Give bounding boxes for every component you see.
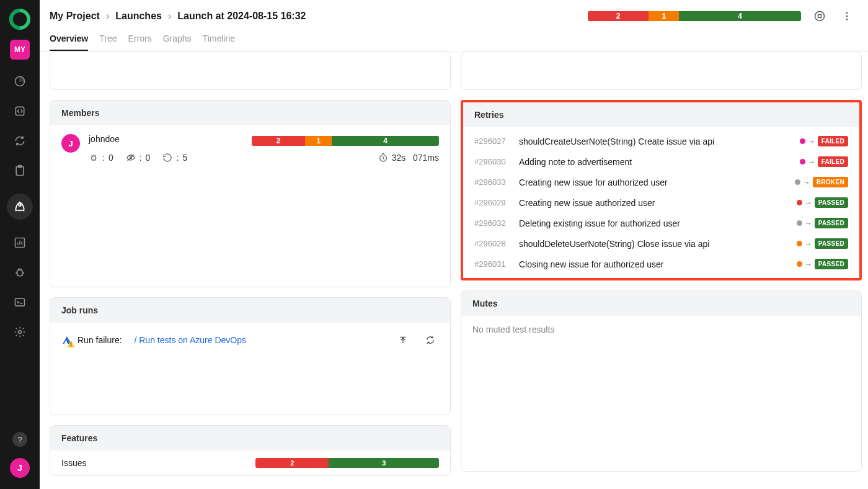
retry-status: →PASSED [797, 197, 848, 208]
feature-row[interactable]: Issues 2 3 [50, 451, 450, 475]
launches-icon[interactable] [7, 194, 33, 220]
analytics-icon[interactable] [13, 236, 27, 249]
status-badge: PASSED [815, 259, 848, 269]
bug-icon[interactable] [13, 266, 27, 279]
retry-status: →FAILED [800, 156, 848, 167]
jobrun-label: Run failure: [78, 335, 122, 345]
feature-label: Issues [61, 458, 86, 468]
card-mutes: Mutes No muted test results [461, 290, 862, 472]
sidebar: MY ? J [0, 0, 40, 489]
retry-title: Deleting existing issue for authorized u… [519, 218, 790, 228]
retries-title: Retries [463, 102, 859, 127]
feature-failed: 2 [255, 458, 329, 468]
svg-point-15 [846, 19, 848, 20]
retry-id: #296031 [474, 259, 513, 269]
stop-icon[interactable] [811, 7, 828, 25]
chevron-right-icon: › [106, 11, 109, 22]
feature-passed: 3 [329, 458, 439, 468]
arrow-right-icon: → [803, 178, 810, 187]
arrow-right-icon: → [805, 199, 812, 207]
status-broken: 1 [649, 11, 679, 21]
status-badge: BROKEN [813, 177, 848, 187]
member-row[interactable]: J johndoe 2 1 4 [61, 134, 439, 163]
cycle-icon[interactable] [13, 134, 27, 148]
status-dot-icon [797, 241, 802, 246]
retry-row[interactable]: #296030Adding note to advertisement→FAIL… [463, 151, 859, 172]
tab-tree[interactable]: Tree [99, 34, 117, 51]
retry-row[interactable]: #296033Creating new issue for authorized… [463, 172, 859, 192]
feature-status-bar: 2 3 [255, 458, 439, 468]
members-title: Members [50, 101, 450, 125]
retry-row[interactable]: #296027shouldCreateUserNote(String) Crea… [463, 131, 859, 151]
retry-row[interactable]: #296028shouldDeleteUserNote(String) Clos… [463, 233, 859, 254]
retry-id: #296030 [474, 157, 513, 166]
arrow-right-icon: → [805, 260, 812, 269]
upload-icon[interactable] [394, 331, 412, 349]
retry-row[interactable]: #296029Creating new issue authorized use… [463, 192, 859, 213]
status-dot-icon [800, 138, 805, 144]
retry-id: #296032 [474, 218, 513, 228]
retry-title: Closing new issue for authorized user [519, 259, 790, 269]
svg-rect-9 [16, 298, 25, 306]
clipboard-icon[interactable] [13, 164, 27, 177]
tab-overview[interactable]: Overview [50, 34, 88, 51]
status-dot-icon [800, 159, 805, 164]
jobrun-row: ⚠️ Run failure: / Run tests on Azure Dev… [61, 331, 439, 349]
member-status-broken: 1 [305, 136, 332, 146]
features-title: Features [50, 426, 450, 451]
user-avatar[interactable]: J [10, 458, 30, 478]
tab-timeline[interactable]: Timeline [203, 34, 235, 51]
terminal-icon[interactable] [13, 295, 27, 309]
breadcrumb-title: Launch at 2024-08-15 16:32 [177, 11, 306, 22]
status-badge: FAILED [818, 136, 848, 146]
breadcrumb-section[interactable]: Launches [115, 11, 162, 22]
chevron-right-icon: › [168, 11, 171, 22]
metric-hidden: : 0 [126, 153, 151, 163]
bug-icon [89, 153, 99, 163]
status-dot-icon [797, 261, 802, 267]
status-badge: FAILED [818, 156, 848, 167]
svg-rect-12 [818, 15, 822, 18]
help-icon[interactable]: ? [12, 432, 27, 447]
breadcrumb-project[interactable]: My Project [50, 11, 100, 22]
status-dot-icon [797, 220, 802, 226]
member-status-passed: 4 [332, 136, 439, 146]
retry-row[interactable]: #296031Closing new issue for authorized … [463, 254, 859, 274]
status-passed: 4 [679, 11, 801, 21]
retry-status: →BROKEN [795, 177, 848, 187]
jobrun-link[interactable]: / Run tests on Azure DevOps [134, 335, 246, 345]
retry-id: #296029 [474, 198, 513, 207]
project-badge[interactable]: MY [10, 40, 30, 60]
retry-status: →PASSED [797, 238, 848, 249]
retry-title: shouldCreateUserNote(String) Create issu… [519, 137, 794, 146]
tab-graphs[interactable]: Graphs [163, 34, 192, 51]
member-avatar: J [61, 134, 80, 153]
retry-status: →PASSED [797, 259, 848, 269]
more-icon[interactable] [838, 7, 856, 25]
mutes-title: Mutes [461, 291, 861, 316]
refresh-icon[interactable] [422, 331, 439, 349]
status-badge: PASSED [815, 197, 848, 208]
retry-row[interactable]: #296032Deleting existing issue for autho… [463, 213, 859, 233]
retry-icon [162, 153, 172, 163]
card-members: Members J johndoe 2 1 4 [50, 100, 451, 287]
code-icon[interactable] [13, 104, 27, 118]
arrow-right-icon: → [808, 158, 815, 166]
svg-point-14 [846, 16, 848, 17]
dashboard-icon[interactable] [13, 74, 27, 88]
svg-point-10 [19, 331, 22, 334]
card-jobruns: Job runs ⚠️ Run failure: / Run tests on … [50, 297, 451, 415]
retry-status: →PASSED [797, 218, 848, 228]
tab-errors[interactable]: Errors [128, 34, 152, 51]
launch-status-bar[interactable]: 2 1 4 [588, 11, 801, 21]
retry-title: Creating new issue authorized user [519, 198, 790, 208]
settings-icon[interactable] [13, 325, 27, 339]
retry-id: #296027 [474, 137, 513, 146]
app-logo[interactable] [9, 9, 30, 30]
svg-point-16 [92, 156, 96, 160]
status-badge: PASSED [815, 238, 848, 249]
timer-icon [378, 153, 388, 163]
retry-id: #296028 [474, 239, 513, 248]
card-stub-top-left [50, 52, 451, 90]
retry-id: #296033 [474, 177, 513, 187]
